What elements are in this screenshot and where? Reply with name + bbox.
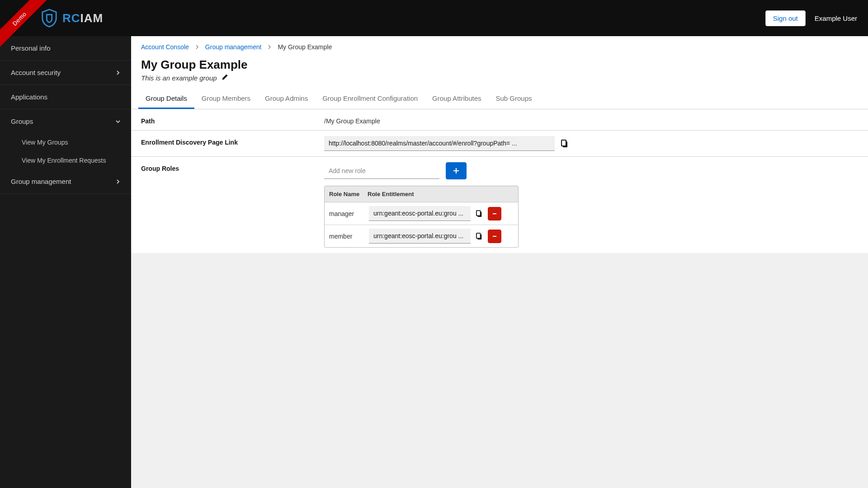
edit-icon[interactable] [222,74,228,82]
sidebar-item-label: Applications [11,93,47,101]
detail-label: Path [141,115,324,125]
add-role-button[interactable] [446,162,467,179]
tab-group-enrollment-configuration[interactable]: Group Enrollment Configuration [315,89,425,109]
sidebar-item-label: Group management [11,178,71,185]
tab-group-details[interactable]: Group Details [138,89,194,109]
chevron-right-icon [195,45,199,49]
app-header: Demo RCIAM Sign out Example User [0,0,868,36]
detail-row-enrollment-link: Enrollment Discovery Page Link [131,131,868,157]
main-content: Account Console Group management My Grou… [131,36,868,488]
breadcrumb-current: My Group Example [278,43,332,51]
svg-rect-1 [561,140,566,146]
copy-button[interactable] [473,207,485,220]
tab-group-admins[interactable]: Group Admins [258,89,315,109]
chevron-right-icon [116,70,120,75]
username: Example User [815,14,857,22]
role-entitlement-field[interactable] [369,206,471,221]
sidebar-item-applications[interactable]: Applications [0,85,131,109]
demo-ribbon: Demo [0,0,54,54]
chevron-down-icon [116,119,120,124]
copy-button[interactable] [473,230,485,243]
signout-button[interactable]: Sign out [765,10,806,26]
detail-row-group-roles: Group Roles Role Name Role Entitlement [131,157,868,253]
page-description: This is an example group [141,74,217,82]
role-table: Role Name Role Entitlement manager [324,186,519,248]
delete-role-button[interactable] [488,230,501,243]
tab-group-members[interactable]: Group Members [194,89,258,109]
delete-role-button[interactable] [488,207,501,221]
sidebar-item-label: View My Enrollment Requests [22,157,106,164]
chevron-right-icon [116,179,120,184]
chevron-right-icon [268,45,271,49]
plus-icon [453,168,459,174]
add-role-input[interactable] [324,163,439,179]
sidebar-item-account-security[interactable]: Account security [0,61,131,85]
sidebar-item-label: Groups [11,117,33,125]
role-name: manager [329,210,365,217]
sidebar-item-label: Account security [11,69,61,76]
sidebar-item-view-my-groups[interactable]: View My Groups [0,133,131,151]
col-role-entitlement: Role Entitlement [368,191,514,197]
svg-rect-5 [476,233,481,238]
sidebar-item-label: View My Groups [22,139,68,146]
logo-text: RCIAM [62,11,103,25]
breadcrumb-link-group-management[interactable]: Group management [205,43,262,51]
role-name: member [329,233,365,240]
demo-label: Demo [0,0,51,50]
svg-rect-3 [476,211,481,216]
tab-group-attributes[interactable]: Group Attributes [425,89,488,109]
minus-icon [492,234,497,239]
sidebar: Personal info Account security Applicati… [0,36,131,488]
detail-row-path: Path /My Group Example [131,109,868,131]
tab-sub-groups[interactable]: Sub Groups [489,89,539,109]
breadcrumb: Account Console Group management My Grou… [131,36,868,51]
table-row: member [325,225,518,247]
copy-icon [476,210,482,217]
sidebar-item-group-management[interactable]: Group management [0,169,131,194]
col-role-name: Role Name [329,191,368,197]
copy-button[interactable] [558,137,571,150]
sidebar-item-groups[interactable]: Groups [0,109,131,133]
sidebar-item-view-enrollment-requests[interactable]: View My Enrollment Requests [0,151,131,169]
minus-icon [492,211,497,216]
detail-label: Enrollment Discovery Page Link [141,136,324,146]
breadcrumb-link-account-console[interactable]: Account Console [141,43,189,51]
detail-label: Group Roles [141,162,324,172]
table-row: manager [325,202,518,225]
tabs: Group Details Group Members Group Admins… [131,89,868,109]
copy-icon [476,233,482,240]
copy-icon [561,140,568,148]
page-title: My Group Example [141,58,858,72]
enrollment-link-field[interactable] [324,136,555,151]
path-value: /My Group Example [324,115,858,125]
role-entitlement-field[interactable] [369,229,471,244]
